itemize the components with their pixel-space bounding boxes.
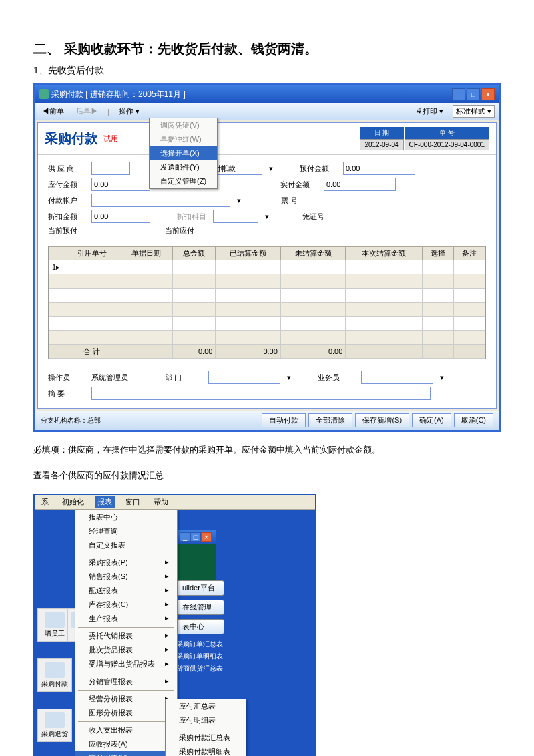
menu-voucher[interactable]: 调阅凭证(V)	[150, 118, 217, 132]
mi-payable[interactable]: 应付报表(Y)	[75, 751, 177, 756]
payable-flyout: 应付汇总表 应付明细表 采购付款汇总表 采购付款明细表 应付帐款对帐单	[165, 699, 246, 756]
col-remark: 备注	[453, 247, 485, 260]
mi-managerquery[interactable]: 经理查询	[75, 524, 177, 538]
maximize-icon[interactable]: □	[467, 88, 480, 100]
branch-label: 分支机构名称：总部	[41, 416, 259, 425]
next-button: 后单▶	[73, 106, 101, 117]
menu-init[interactable]: 初始化	[59, 496, 87, 508]
clearall-button[interactable]: 全部清除	[308, 413, 352, 427]
account-input[interactable]	[91, 194, 230, 207]
menu-window[interactable]: 窗口	[123, 496, 143, 508]
menu-sys[interactable]: 系	[39, 496, 51, 508]
menu-custom[interactable]: 自定义管理(Z)	[150, 174, 217, 188]
button-bar: 分支机构名称：总部 自动付款 全部清除 保存新增(S) 确定(A) 取消(C)	[35, 411, 499, 430]
menu-email[interactable]: 发送邮件(Y)	[150, 160, 217, 174]
panel-reportcenter[interactable]: 表中心	[175, 619, 224, 634]
mi-gift[interactable]: 受增与赠出货品报表	[75, 657, 177, 671]
mi-income[interactable]: 收入支出报表	[75, 723, 177, 737]
ok-button[interactable]: 确定(A)	[412, 413, 451, 427]
icon-payment[interactable]: 采购付款	[37, 658, 72, 692]
col-select: 选择	[422, 247, 453, 260]
mi-purchase[interactable]: 采购报表(P)	[75, 556, 177, 570]
fi-detail[interactable]: 应付明细表	[166, 713, 246, 727]
summary-input[interactable]	[91, 387, 431, 400]
menu-report[interactable]: 报表	[95, 496, 115, 508]
prev-button[interactable]: ◀前单	[39, 106, 67, 117]
actual-input[interactable]	[324, 178, 396, 191]
style-select[interactable]: 标准样式 ▾	[453, 105, 495, 118]
savenew-button[interactable]: 保存新增(S)	[355, 413, 409, 427]
window-title: 采购付款 [ 进销存期间：2005年11月 ]	[39, 89, 186, 100]
table-row	[49, 303, 485, 317]
sales-input[interactable]	[361, 371, 433, 384]
panel-online[interactable]: 在线管理	[175, 600, 224, 615]
prepay-label: 预付金额	[300, 164, 336, 174]
bill-no-value: CF-000-2012-09-04-0001	[405, 139, 489, 150]
print-button[interactable]: 🖨打印 ▾	[413, 106, 446, 117]
menu-help[interactable]: 帮助	[151, 496, 171, 508]
menubar: 系 初始化 报表 窗口 帮助	[35, 495, 315, 510]
table-row	[49, 274, 485, 289]
titlebar: 采购付款 [ 进销存期间：2005年11月 ] _ □ ×	[35, 85, 499, 103]
mi-production[interactable]: 生产报表	[75, 612, 177, 626]
mi-consign[interactable]: 委托代销报表	[75, 629, 177, 643]
mi-reportcenter[interactable]: 报表中心	[75, 510, 177, 524]
autopay-button[interactable]: 自动付款	[262, 413, 306, 427]
summary-label: 摘 要	[48, 389, 85, 399]
fi-paydetail[interactable]: 采购付款明细表	[166, 745, 246, 756]
mi-distribution[interactable]: 分销管理报表	[75, 675, 177, 689]
side-icons: 增员工 业务 采购付款 采购退货 货品资料 收付款方式	[35, 603, 75, 756]
menu-reverse: 单据冲红(W)	[150, 132, 217, 146]
curprepay-label: 当前预付	[48, 226, 85, 236]
mi-stock[interactable]: 库存报表(C)	[75, 598, 177, 612]
operation-dropdown: 调阅凭证(V) 单据冲红(W) 选择开单(X) 发送邮件(Y) 自定义管理(Z)	[149, 118, 218, 189]
mi-graph[interactable]: 图形分析报表	[75, 706, 177, 720]
table-row: 1▸	[49, 260, 485, 274]
payment-window: 采购付款 [ 进销存期间：2005年11月 ] _ □ × ◀前单 后单▶ | …	[33, 83, 501, 432]
discount-input[interactable]	[91, 210, 150, 223]
table-row	[49, 331, 485, 345]
supplier-input[interactable]	[91, 162, 130, 175]
mi-receivable[interactable]: 应收报表(A)	[75, 737, 177, 751]
cancel-button[interactable]: 取消(C)	[454, 413, 493, 427]
table-row	[49, 317, 485, 331]
mi-sales[interactable]: 销售报表(S)	[75, 570, 177, 584]
toolbar: ◀前单 后单▶ | 操作 ▾ 🖨打印 ▾ 标准样式 ▾	[35, 103, 499, 120]
date-value: 2012-09-04	[360, 139, 403, 150]
payable-input[interactable]	[91, 178, 150, 191]
actual-label: 实付金额	[280, 180, 317, 190]
description-2: 查看各个供应商的应付款情况汇总	[33, 467, 501, 483]
panel-builder[interactable]: uilder平台	[175, 580, 224, 596]
form-title: 采购付款	[45, 130, 98, 148]
mi-analysis[interactable]: 经营分析报表	[75, 692, 177, 706]
col-thistime: 本次结算金额	[346, 247, 422, 260]
menu-select-bill[interactable]: 选择开单(X)	[150, 146, 217, 160]
sum-row: 合 计0.000.000.00	[49, 345, 485, 359]
minimize-icon[interactable]: _	[452, 88, 465, 100]
dept-input[interactable]	[208, 371, 280, 384]
fi-summary[interactable]: 应付汇总表	[166, 699, 246, 713]
close-icon[interactable]: ×	[481, 88, 495, 100]
bill-no-label: 单 号	[405, 127, 489, 139]
inner-close-icon[interactable]: ×	[201, 532, 212, 542]
col-date: 单据日期	[119, 247, 173, 260]
mi-delivery[interactable]: 配送报表	[75, 584, 177, 598]
col-total: 总金额	[173, 247, 216, 260]
col-settled: 已结算金额	[216, 247, 280, 260]
inner-max-icon[interactable]: □	[190, 532, 201, 542]
detail-grid[interactable]: 引用单号 单据日期 总金额 已结算金额 未结算金额 本次结算金额 选择 备注 1…	[48, 246, 486, 359]
subtitle-1: 1、先收货后付款	[33, 65, 501, 77]
report-menu-window: 系 初始化 报表 窗口 帮助 报表中心 经理查询 自定义报表 采购报表(P) 销…	[33, 494, 316, 756]
subject-input[interactable]	[213, 210, 258, 223]
report-submenu: 报表中心 经理查询 自定义报表 采购报表(P) 销售报表(S) 配送报表 库存报…	[75, 510, 178, 756]
icon-return[interactable]: 采购退货	[37, 709, 72, 742]
trial-watermark: 试用	[103, 134, 118, 144]
prepay-input[interactable]	[343, 162, 415, 175]
mi-customreport[interactable]: 自定义报表	[75, 538, 177, 552]
operator-label: 操作员	[48, 373, 85, 383]
fi-paysummary[interactable]: 采购付款汇总表	[166, 731, 246, 745]
mi-batch[interactable]: 批次货品报表	[75, 643, 177, 657]
inner-min-icon[interactable]: _	[180, 532, 190, 542]
operator-value: 系统管理员	[91, 373, 158, 383]
operation-menu[interactable]: 操作 ▾	[116, 106, 142, 117]
